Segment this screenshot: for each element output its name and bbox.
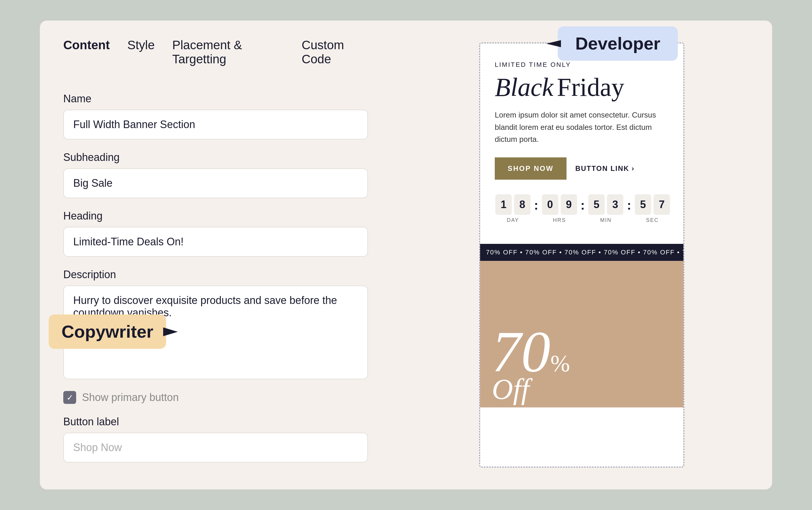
subheading-input[interactable] (63, 168, 368, 198)
countdown-minutes: 5 3 MIN (588, 194, 624, 223)
countdown-colon-1: : (531, 198, 541, 213)
tabs: Content Style Placement & Targetting Cus… (63, 38, 368, 69)
preview-heading: Black Friday (495, 75, 669, 100)
tab-custom-code[interactable]: Custom Code (302, 38, 368, 69)
preview-container: LIMITED TIME ONLY Black Friday Lorem ips… (479, 42, 684, 468)
heading-input[interactable] (63, 227, 368, 257)
countdown-sec-label: SEC (646, 217, 659, 223)
developer-arrow-icon (545, 37, 561, 50)
preview-banner: LIMITED TIME ONLY Black Friday Lorem ips… (480, 44, 683, 244)
copywriter-arrow-icon (163, 324, 181, 339)
countdown-hrs-label: HRS (553, 217, 566, 223)
countdown-hours-digits: 0 9 (541, 194, 578, 215)
copywriter-label: Copywriter (61, 322, 153, 341)
countdown-seconds: 5 7 SEC (634, 194, 670, 223)
countdown-hrs-digit-1: 0 (542, 194, 558, 215)
countdown-min-digits: 5 3 (588, 194, 624, 215)
name-label: Name (63, 93, 368, 105)
tab-content[interactable]: Content (63, 38, 110, 69)
countdown-day-digit-1: 1 (495, 194, 512, 215)
preview-shop-now-button[interactable]: SHOP NOW (495, 158, 567, 180)
preview-button-link[interactable]: BUTTON LINK › (575, 164, 634, 173)
heading-label: Heading (63, 210, 368, 222)
sale-text: 70% Off (492, 327, 570, 401)
button-label-input[interactable] (63, 433, 368, 462)
svg-marker-0 (163, 328, 178, 336)
countdown: 1 8 DAY : 0 9 HRS : (495, 194, 669, 223)
tab-style[interactable]: Style (127, 38, 155, 69)
developer-tooltip: Developer (558, 26, 678, 61)
countdown-sec-digit-2: 7 (654, 194, 670, 215)
checkbox-check-icon: ✓ (66, 393, 73, 402)
countdown-min-digit-2: 3 (607, 194, 623, 215)
countdown-hours: 0 9 HRS (541, 194, 578, 223)
button-label-label: Button label (63, 416, 368, 428)
svg-marker-1 (546, 40, 561, 47)
preview-button-link-text: BUTTON LINK (575, 164, 629, 173)
sale-image: 70% Off (480, 261, 683, 407)
chevron-right-icon: › (632, 164, 634, 173)
heading-field-group: Heading (63, 210, 368, 257)
preview-buttons: SHOP NOW BUTTON LINK › (495, 158, 669, 180)
countdown-min-digit-1: 5 (588, 194, 605, 215)
marquee-bar: 70% OFF • 70% OFF • 70% OFF • 70% OFF • … (480, 244, 683, 261)
show-primary-button-checkbox[interactable]: ✓ (63, 391, 76, 404)
preview-heading-italic: Black (495, 75, 553, 100)
countdown-colon-3: : (624, 198, 634, 213)
show-primary-button-label: Show primary button (82, 391, 179, 404)
subheading-label: Subheading (63, 151, 368, 164)
subheading-field-group: Subheading (63, 151, 368, 198)
countdown-day-label: DAY (507, 217, 519, 223)
right-panel: Developer LIMITED TIME ONLY Black Friday… (391, 21, 772, 489)
name-field-group: Name (63, 93, 368, 140)
countdown-min-label: MIN (600, 217, 612, 223)
preview-heading-normal: Friday (557, 75, 624, 100)
name-input[interactable] (63, 110, 368, 140)
sale-percent: % (550, 350, 570, 376)
countdown-days: 1 8 DAY (495, 194, 531, 223)
countdown-colon-2: : (578, 198, 588, 213)
form-section: Name Subheading Heading Description Hurr… (63, 93, 368, 472)
left-panel: Content Style Placement & Targetting Cus… (40, 21, 391, 489)
countdown-days-digits: 1 8 (495, 194, 531, 215)
countdown-sec-digit-1: 5 (635, 194, 651, 215)
countdown-day-digit-2: 8 (514, 194, 531, 215)
button-label-field-group: Button label (63, 416, 368, 462)
main-container: Content Style Placement & Targetting Cus… (40, 21, 772, 489)
developer-label: Developer (575, 34, 660, 53)
preview-description: Lorem ipsum dolor sit amet consectetur. … (495, 109, 669, 146)
countdown-hrs-digit-2: 9 (561, 194, 577, 215)
copywriter-tooltip: Copywriter (49, 314, 166, 349)
show-primary-button-row: ✓ Show primary button (63, 391, 368, 404)
preview-limited-time: LIMITED TIME ONLY (495, 61, 669, 68)
description-label: Description (63, 268, 368, 281)
tab-placement[interactable]: Placement & Targetting (172, 38, 284, 69)
countdown-sec-digits: 5 7 (634, 194, 670, 215)
